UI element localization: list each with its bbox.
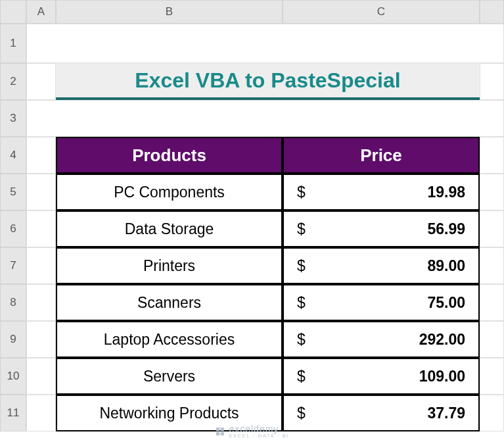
row-header-4[interactable]: 4 [0,137,26,174]
cell-d5[interactable] [480,174,504,210]
col-header-c[interactable]: C [283,0,480,24]
row-header-10[interactable]: 10 [0,358,26,395]
cell-a8[interactable] [26,284,56,321]
col-header-a[interactable]: A [26,0,56,24]
page-title: Excel VBA to PasteSpecial [135,68,400,93]
table-row[interactable]: Laptop Accessories [56,321,283,358]
price-value: 56.99 [427,220,465,238]
cell-d4[interactable] [480,137,504,174]
cell-blank[interactable] [26,24,504,63]
price-value: 292.00 [419,331,465,349]
watermark-sub: EXCEL · DATA · BI [229,433,289,438]
cell-a10[interactable] [26,358,56,395]
table-header-products[interactable]: Products [56,137,283,174]
cell-d2[interactable] [480,63,504,100]
cell-d6[interactable] [480,210,504,247]
currency-symbol: $ [297,368,306,385]
cell-d7[interactable] [480,247,504,284]
select-all-corner[interactable] [0,0,26,24]
row-header-6[interactable]: 6 [0,210,26,247]
cell-a7[interactable] [26,247,56,284]
price-value: 37.79 [427,405,465,422]
cell-a6[interactable] [26,210,56,247]
cell-d9[interactable] [480,321,504,358]
table-header-price[interactable]: Price [283,137,480,174]
price-value: 109.00 [419,368,465,385]
table-row[interactable]: $37.79 [283,395,480,431]
title-cell[interactable]: Excel VBA to PasteSpecial [56,63,480,100]
cell-d8[interactable] [480,284,504,321]
cell-blank-3[interactable] [26,100,504,137]
row-header-2[interactable]: 2 [0,63,26,100]
row-header-9[interactable]: 9 [0,321,26,358]
cell-a11[interactable] [26,395,56,431]
currency-symbol: $ [297,184,306,201]
cell-d10[interactable] [480,358,504,395]
spreadsheet-grid: A B C 1 2 Excel VBA to PasteSpecial 3 4 … [0,0,504,431]
cell-a5[interactable] [26,174,56,210]
table-row[interactable]: $75.00 [283,284,480,321]
col-header-blank[interactable] [480,0,504,24]
table-row[interactable]: $292.00 [283,321,480,358]
row-header-8[interactable]: 8 [0,284,26,321]
table-row[interactable]: $89.00 [283,247,480,284]
table-row[interactable]: Scanners [56,284,283,321]
row-header-7[interactable]: 7 [0,247,26,284]
table-row[interactable]: $109.00 [283,358,480,395]
cell-a9[interactable] [26,321,56,358]
currency-symbol: $ [297,257,306,275]
table-row[interactable]: Servers [56,358,283,395]
currency-symbol: $ [297,405,306,422]
row-header-1[interactable]: 1 [0,24,26,63]
table-row[interactable]: PC Components [56,174,283,210]
cell-d11[interactable] [480,395,504,431]
row-header-11[interactable]: 11 [0,395,26,431]
col-header-b[interactable]: B [56,0,283,24]
price-value: 19.98 [427,184,465,201]
logo-icon [214,426,225,437]
table-row[interactable]: $56.99 [283,210,480,247]
currency-symbol: $ [297,294,306,312]
cell-a4[interactable] [26,137,56,174]
price-value: 89.00 [427,257,465,275]
table-row[interactable]: $19.98 [283,174,480,210]
table-row[interactable]: Printers [56,247,283,284]
currency-symbol: $ [297,331,306,349]
table-row[interactable]: Data Storage [56,210,283,247]
currency-symbol: $ [297,220,306,238]
watermark: exceldemy EXCEL · DATA · BI [214,424,289,438]
cell-a2[interactable] [26,63,56,100]
watermark-main: exceldemy [229,424,289,433]
row-header-3[interactable]: 3 [0,100,26,137]
row-header-5[interactable]: 5 [0,174,26,210]
price-value: 75.00 [427,294,465,312]
